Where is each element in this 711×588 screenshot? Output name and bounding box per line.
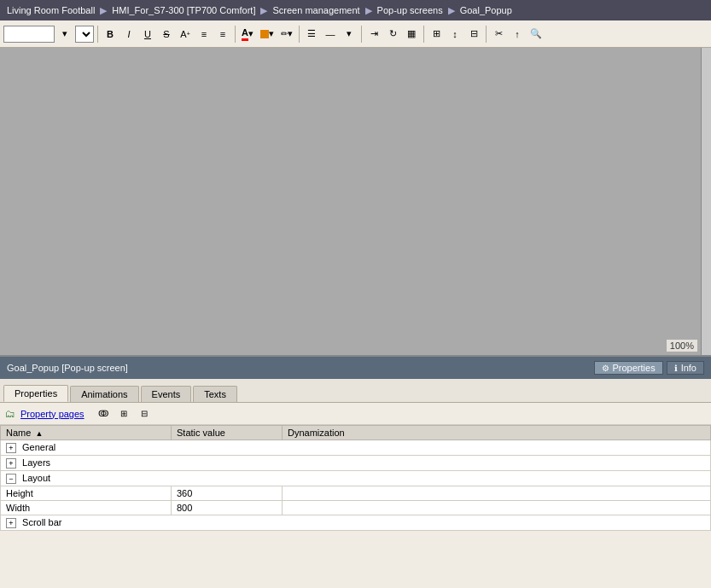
properties-button-label: Properties xyxy=(613,363,656,373)
expand-all-button[interactable]: ⊟ xyxy=(136,405,153,422)
align-left-button[interactable]: ≡ xyxy=(195,26,213,43)
breadcrumb-sep-1: ▶ xyxy=(100,5,107,16)
expand-icon[interactable]: + xyxy=(6,518,16,528)
align-text-left-button[interactable]: ☰ xyxy=(303,26,320,43)
breadcrumb-item-1: Living Room Football xyxy=(7,5,95,15)
group-label: Layout xyxy=(22,473,50,483)
sort-az-button[interactable]: ↂ xyxy=(95,405,112,422)
expand-icon[interactable]: + xyxy=(6,443,16,453)
indent-button[interactable]: ⇥ xyxy=(365,26,382,43)
highlight-button[interactable]: ✏▾ xyxy=(278,26,295,43)
expand-icon[interactable]: + xyxy=(6,458,16,469)
properties-panel: Goal_Popup [Pop-up screen] ⚙ Properties … xyxy=(0,355,711,588)
breadcrumb-item-5: Goal_Popup xyxy=(460,5,512,15)
more-button2[interactable]: ↕ xyxy=(446,26,463,43)
breadcrumb-sep-2: ▶ xyxy=(260,5,267,16)
prop-value-cell[interactable]: 800 xyxy=(172,501,283,515)
properties-table: Name ▲ Static value Dynamization + xyxy=(0,425,711,531)
col-staticvalue-header[interactable]: Static value xyxy=(172,426,283,440)
panel-status-bar: Goal_Popup [Pop-up screen] ⚙ Properties … xyxy=(0,357,711,379)
property-pages-link[interactable]: Property pages xyxy=(20,409,85,419)
property-pages-icon: 🗂 xyxy=(3,407,17,421)
table-row[interactable]: + General xyxy=(1,440,711,456)
align-center-button[interactable]: ≡ xyxy=(214,26,231,43)
bold-button[interactable]: B xyxy=(102,26,119,43)
toolbar-sep-4 xyxy=(361,26,362,43)
formatting-toolbar: ▾ B I U S A+ ≡ ≡ A▾ ▾ ✏▾ ☰ — ▾ ⇥ ↻ ▦ ⊞ ↕… xyxy=(0,20,711,48)
zoom-button[interactable]: 🔍 xyxy=(527,26,545,43)
table-row[interactable]: − Layout xyxy=(1,471,711,486)
col-dynamization-header[interactable]: Dynamization xyxy=(283,426,711,440)
canvas-grid xyxy=(0,48,701,355)
toolbar-sep-5 xyxy=(423,26,424,43)
tab-properties[interactable]: Properties xyxy=(3,385,68,402)
up-button[interactable]: ↑ xyxy=(509,26,526,43)
prop-dyn-cell[interactable] xyxy=(283,501,711,515)
tab-animations[interactable]: Animations xyxy=(70,386,138,402)
prop-name-cell: Width xyxy=(1,501,172,515)
tab-texts[interactable]: Texts xyxy=(193,386,237,402)
design-canvas[interactable]: 100% xyxy=(0,48,711,355)
info-icon: ℹ xyxy=(674,364,678,373)
panel-title: Goal_Popup [Pop-up screen] xyxy=(7,363,128,373)
canvas-scrollbar[interactable] xyxy=(701,48,711,355)
toolbar-sep-1 xyxy=(97,26,98,43)
table-row: Height 360 xyxy=(1,486,711,501)
font-list-button[interactable]: ▾ xyxy=(56,26,73,43)
strikethrough-button[interactable]: S xyxy=(158,26,175,43)
italic-button[interactable]: I xyxy=(120,26,137,43)
info-button-label: Info xyxy=(681,363,696,373)
underline-button[interactable]: U xyxy=(139,26,156,43)
superscript-button[interactable]: A+ xyxy=(177,26,194,43)
group-label: General xyxy=(22,442,55,452)
bg-color-button[interactable]: ▾ xyxy=(258,26,277,43)
properties-view-button[interactable]: ⚙ Properties xyxy=(594,361,663,375)
list-button[interactable]: ▾ xyxy=(341,26,358,43)
zoom-indicator: 100% xyxy=(667,340,697,352)
breadcrumb-item-3: Screen management xyxy=(272,5,359,15)
properties-icon: ⚙ xyxy=(602,364,609,373)
breadcrumb: Living Room Football ▶ HMI_For_S7-300 [T… xyxy=(0,0,711,20)
more-button1[interactable]: ⊞ xyxy=(428,26,445,43)
toolbar-sep-6 xyxy=(486,26,487,43)
hrule-button[interactable]: — xyxy=(322,26,339,43)
group-label: Layers xyxy=(22,457,50,468)
font-name-input[interactable] xyxy=(3,26,55,43)
info-view-button[interactable]: ℹ Info xyxy=(667,361,704,375)
toolbar-sep-3 xyxy=(299,26,300,43)
panel-tabs: Properties Animations Events Texts xyxy=(0,379,711,403)
prop-value-cell[interactable]: 360 xyxy=(172,486,283,501)
breadcrumb-sep-4: ▶ xyxy=(448,5,455,16)
panel-view-buttons: ⚙ Properties ℹ Info xyxy=(594,361,705,375)
group-label: Scroll bar xyxy=(22,517,61,527)
more-button3[interactable]: ⊟ xyxy=(465,26,482,43)
font-size-select[interactable] xyxy=(75,26,94,43)
table-row: Width 800 xyxy=(1,501,711,515)
breadcrumb-item-2: HMI_For_S7-300 [TP700 Comfort] xyxy=(112,5,255,15)
prop-name-cell: Height xyxy=(1,486,172,501)
tab-events[interactable]: Events xyxy=(141,386,192,402)
table-button[interactable]: ▦ xyxy=(403,26,420,43)
col-name-header[interactable]: Name ▲ xyxy=(1,426,172,440)
canvas-area: 100% xyxy=(0,48,711,355)
breadcrumb-sep-3: ▶ xyxy=(365,5,372,16)
property-pages-bar: 🗂 Property pages ↂ ⊞ ⊟ xyxy=(0,403,711,425)
scissors-button[interactable]: ✂ xyxy=(490,26,507,43)
group-button[interactable]: ⊞ xyxy=(115,405,132,422)
expand-icon[interactable]: − xyxy=(6,474,16,484)
table-row[interactable]: + Layers xyxy=(1,456,711,471)
font-color-button[interactable]: A▾ xyxy=(239,26,256,43)
properties-table-container[interactable]: Name ▲ Static value Dynamization + xyxy=(0,425,711,531)
breadcrumb-item-4: Pop-up screens xyxy=(377,5,443,15)
table-row[interactable]: + Scroll bar xyxy=(1,515,711,531)
toolbar-sep-2 xyxy=(235,26,236,43)
rotate-button[interactable]: ↻ xyxy=(384,26,401,43)
prop-dyn-cell[interactable] xyxy=(283,486,711,501)
